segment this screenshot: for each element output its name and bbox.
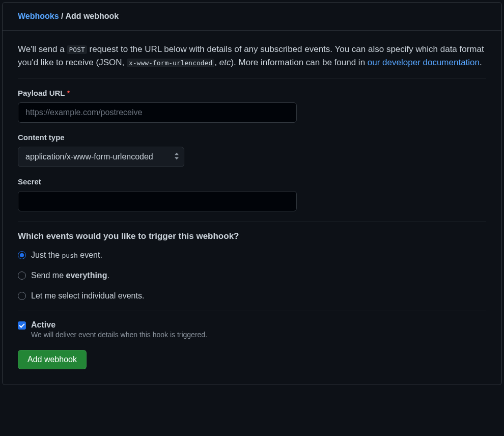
developer-docs-link[interactable]: our developer documentation bbox=[368, 58, 480, 67]
event-label-push: Just the push event. bbox=[31, 251, 102, 260]
event-radio-everything[interactable] bbox=[18, 271, 26, 280]
event-option-individual[interactable]: Let me select individual events. bbox=[18, 291, 486, 301]
urlencoded-code: x-www-form-urlencoded bbox=[127, 59, 214, 67]
required-asterisk: * bbox=[67, 89, 70, 97]
secret-input[interactable] bbox=[18, 191, 297, 211]
secret-group: Secret bbox=[18, 177, 486, 211]
events-group: Which events would you like to trigger t… bbox=[18, 231, 486, 301]
breadcrumb-current: Add webhook bbox=[65, 12, 119, 20]
post-code: POST bbox=[67, 45, 87, 54]
add-webhook-button[interactable]: Add webhook bbox=[18, 350, 87, 369]
active-description: We will deliver event details when this … bbox=[31, 331, 207, 339]
active-group: Active We will deliver event details whe… bbox=[18, 320, 486, 339]
content-type-select[interactable]: application/x-www-form-urlencoded bbox=[18, 147, 184, 167]
secret-label: Secret bbox=[18, 177, 486, 186]
active-checkbox[interactable] bbox=[18, 321, 26, 330]
active-label[interactable]: Active bbox=[31, 320, 207, 330]
events-heading: Which events would you like to trigger t… bbox=[18, 231, 486, 241]
webhook-form-container: Webhooks / Add webhook We'll send a POST… bbox=[2, 2, 502, 385]
form-content: We'll send a POST request to the URL bel… bbox=[3, 31, 501, 385]
payload-url-input[interactable] bbox=[18, 102, 297, 123]
payload-url-group: Payload URL * bbox=[18, 89, 486, 123]
event-radio-individual[interactable] bbox=[18, 292, 26, 300]
event-radio-push[interactable] bbox=[18, 251, 26, 259]
content-type-label: Content type bbox=[18, 133, 486, 142]
event-option-everything[interactable]: Send me everything. bbox=[18, 271, 486, 280]
breadcrumb-header: Webhooks / Add webhook bbox=[3, 3, 501, 31]
breadcrumb-webhooks-link[interactable]: Webhooks bbox=[18, 12, 59, 20]
event-label-everything: Send me everything. bbox=[31, 271, 109, 280]
event-option-push[interactable]: Just the push event. bbox=[18, 251, 486, 260]
content-type-group: Content type application/x-www-form-urle… bbox=[18, 133, 486, 167]
divider bbox=[18, 222, 486, 222]
breadcrumb: Webhooks / Add webhook bbox=[18, 12, 486, 21]
event-label-individual: Let me select individual events. bbox=[31, 291, 144, 301]
divider-2 bbox=[18, 311, 486, 311]
intro-text: We'll send a POST request to the URL bel… bbox=[18, 43, 486, 78]
payload-url-label: Payload URL * bbox=[18, 89, 486, 97]
